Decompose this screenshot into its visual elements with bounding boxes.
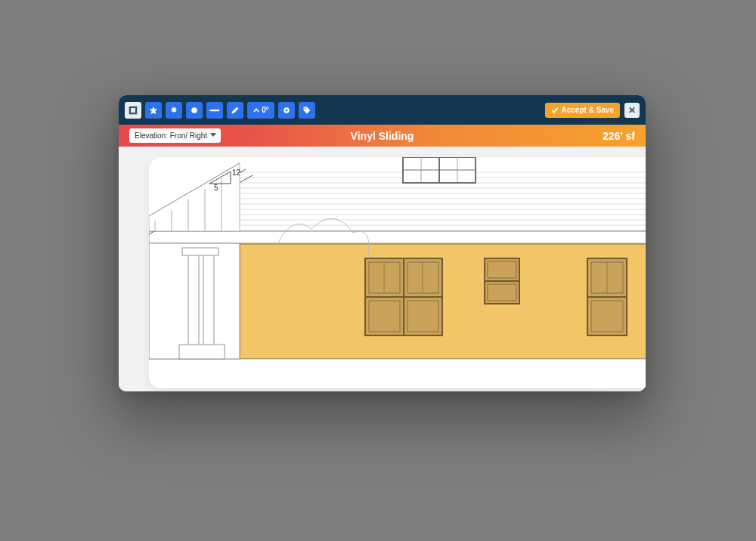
accept-save-label: Accept & Save xyxy=(562,106,614,114)
tag-tool[interactable] xyxy=(299,102,315,119)
check-icon xyxy=(551,107,559,114)
star-icon xyxy=(149,106,158,115)
toolbar-actions: Accept & Save ✕ xyxy=(545,103,640,118)
line-icon xyxy=(209,106,220,115)
gear-icon xyxy=(282,106,291,115)
material-title: Vinyl Sliding xyxy=(351,130,414,142)
measurement-window: 0° Accept & Save ✕ xyxy=(119,95,646,391)
pencil-icon xyxy=(231,106,240,115)
svg-rect-37 xyxy=(182,248,218,255)
accept-save-button[interactable]: Accept & Save xyxy=(545,103,620,118)
pitch-run-label: 12 xyxy=(232,168,241,177)
porch xyxy=(149,243,240,359)
angle-label: 0° xyxy=(262,106,269,114)
toolbar-tools: 0° xyxy=(125,102,315,119)
pencil-tool[interactable] xyxy=(227,102,243,119)
svg-point-3 xyxy=(286,109,288,111)
area-readout: 226' sf xyxy=(603,130,635,142)
burst-icon xyxy=(169,106,178,115)
upper-window xyxy=(403,157,476,183)
select-tool[interactable] xyxy=(125,102,141,119)
svg-rect-34 xyxy=(188,254,199,352)
svg-rect-18 xyxy=(149,231,646,243)
gear-tool[interactable] xyxy=(278,102,295,119)
window-right xyxy=(587,258,627,335)
svg-rect-20 xyxy=(149,359,646,388)
crop-icon xyxy=(129,106,138,115)
elevation-select[interactable]: Elevation: Fron/ Right xyxy=(129,128,221,143)
close-button[interactable]: ✕ xyxy=(624,103,640,118)
elevation-select-label: Elevation: Fron/ Right xyxy=(135,131,207,140)
svg-point-4 xyxy=(305,107,306,109)
window-small xyxy=(485,258,519,304)
svg-rect-36 xyxy=(179,345,225,359)
svg-rect-35 xyxy=(203,254,214,352)
angle-icon xyxy=(253,107,260,114)
elevation-drawing[interactable]: 12 5 xyxy=(149,157,646,388)
pitch-rise-label: 5 xyxy=(214,184,218,192)
angle-tool[interactable]: 0° xyxy=(247,102,274,119)
svg-point-0 xyxy=(191,107,197,113)
line-tool[interactable] xyxy=(206,102,223,119)
tag-icon xyxy=(302,106,311,115)
circle-tool[interactable] xyxy=(186,102,203,119)
main-toolbar: 0° Accept & Save ✕ xyxy=(119,95,646,125)
elevation-svg: 12 5 xyxy=(149,157,646,388)
canvas-area: 12 5 xyxy=(119,147,646,391)
circle-icon xyxy=(190,106,199,115)
star-tool[interactable] xyxy=(145,102,162,119)
window-double xyxy=(365,258,442,335)
burst-tool[interactable] xyxy=(166,102,182,119)
info-bar: Elevation: Fron/ Right Vinyl Sliding 226… xyxy=(119,125,646,147)
